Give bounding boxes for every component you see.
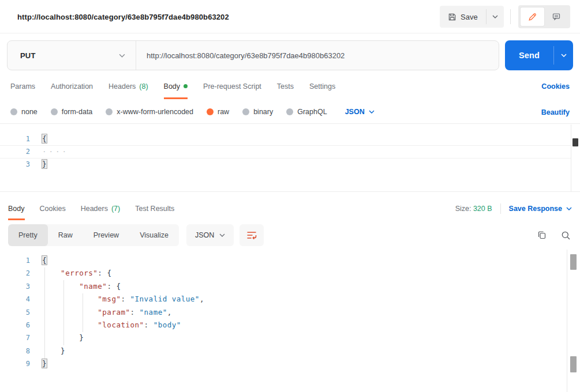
code-line: } [42, 158, 580, 171]
code-token [42, 333, 79, 342]
mode-graphql[interactable]: GraphQL [286, 108, 327, 116]
tab-tests[interactable]: Tests [277, 74, 294, 99]
line-number: 5 [0, 306, 30, 319]
method-url-control: PUT [7, 40, 499, 70]
view-pretty[interactable]: Pretty [8, 224, 48, 246]
code-token [42, 295, 98, 303]
chevron-down-icon [566, 207, 572, 210]
mode-form-data[interactable]: form-data [51, 108, 93, 116]
code-token: , [200, 295, 204, 303]
line-number-gutter: 123 [0, 133, 30, 171]
tab-params[interactable]: Params [10, 74, 35, 99]
comment-button[interactable] [544, 7, 568, 26]
tab-headers-count: (8) [139, 82, 148, 91]
mode-raw[interactable]: raw [207, 108, 229, 116]
wrap-text-button[interactable] [240, 224, 264, 246]
save-response-label: Save Response [509, 205, 562, 213]
view-visualize[interactable]: Visualize [129, 224, 179, 246]
url-input[interactable] [136, 41, 499, 70]
mode-x-www-form-urlencoded[interactable]: x-www-form-urlencoded [106, 108, 193, 116]
radio-icon [10, 108, 17, 115]
tab-authorization[interactable]: Authorization [51, 74, 93, 99]
line-number: 6 [0, 319, 30, 331]
response-tab-test-results[interactable]: Test Results [135, 197, 174, 220]
tab-tests-label: Tests [277, 82, 294, 91]
radio-icon [242, 108, 249, 115]
meta-divider [500, 203, 501, 214]
radio-icon [106, 108, 113, 115]
response-body-editor[interactable]: 123456789 { "errors": { "name": { "msg":… [0, 250, 580, 392]
code-token: "name" [140, 308, 167, 316]
radio-icon [286, 108, 293, 115]
response-language-selector[interactable]: JSON [186, 224, 234, 246]
tab-authorization-label: Authorization [51, 82, 93, 91]
code-token [42, 308, 98, 316]
tab-settings-label: Settings [309, 82, 335, 91]
code-token: "name" [79, 282, 107, 291]
code-token: "errors" [61, 269, 98, 277]
mode-binary[interactable]: binary [242, 108, 273, 116]
tab-headers[interactable]: Headers (8) [108, 74, 148, 99]
code-line: ···· [42, 145, 580, 158]
method-selector[interactable]: PUT [8, 41, 136, 70]
chevron-down-icon [219, 233, 225, 237]
response-tab-body[interactable]: Body [8, 197, 25, 220]
scrollbar-thumb[interactable] [572, 138, 578, 146]
code-token: { [107, 269, 111, 277]
send-button-group: Send [505, 40, 573, 70]
send-options-button[interactable] [554, 40, 573, 70]
editor-scrollbar-track [571, 125, 571, 191]
beautify-link[interactable]: Beautify [541, 100, 570, 124]
code-line: "param": "name", [42, 306, 580, 319]
edit-comment-group [518, 5, 570, 28]
view-raw[interactable]: Raw [48, 224, 83, 246]
body-modified-dot [184, 84, 188, 88]
raw-language-selector[interactable]: JSON [345, 108, 375, 116]
code-token: } [42, 359, 47, 368]
request-body-editor[interactable]: 123 {····} [0, 125, 580, 192]
pencil-icon [527, 12, 537, 22]
mode-none[interactable]: none [10, 108, 38, 116]
request-title: http://localhost:8080/category/63e8b795f… [17, 0, 229, 33]
save-button[interactable]: Save [440, 6, 486, 28]
line-number: 3 [0, 280, 30, 293]
line-number: 7 [0, 331, 30, 344]
code-line: { [42, 254, 580, 267]
cookies-link[interactable]: Cookies [541, 74, 570, 99]
code-lines: { "errors": { "name": { "msg": "Invalid … [30, 254, 580, 371]
edit-button[interactable] [521, 7, 544, 26]
request-url-row: PUT Send [0, 36, 580, 74]
scrollbar-thumb[interactable] [570, 254, 577, 270]
send-button[interactable]: Send [505, 40, 553, 70]
response-tab-body-label: Body [8, 205, 25, 213]
tab-pre-request-script[interactable]: Pre-request Script [203, 74, 261, 99]
code-token [42, 321, 98, 329]
response-tab-headers[interactable]: Headers (7) [81, 197, 121, 220]
response-tab-headers-label: Headers [81, 205, 108, 213]
search-button[interactable] [561, 231, 571, 240]
tab-body-label: Body [164, 82, 181, 91]
tab-body[interactable]: Body [164, 74, 188, 99]
comment-icon [552, 12, 561, 21]
response-tab-cookies[interactable]: Cookies [40, 197, 66, 220]
tab-settings[interactable]: Settings [309, 74, 335, 99]
code-token: ···· [42, 147, 69, 156]
editor-row-separator [0, 158, 571, 159]
save-icon [448, 13, 456, 21]
copy-button[interactable] [537, 230, 547, 240]
code-token: , [167, 308, 172, 316]
save-response-button[interactable]: Save Response [509, 205, 572, 213]
view-preview[interactable]: Preview [83, 224, 129, 246]
code-token: : [121, 295, 130, 303]
code-token: : [107, 282, 116, 291]
raw-language-label: JSON [345, 108, 365, 116]
code-line: } [42, 357, 580, 370]
save-options-button[interactable] [487, 6, 504, 28]
topbar-divider [510, 9, 511, 24]
copy-icon [537, 230, 547, 240]
code-token: { [42, 134, 47, 143]
scrollbar-thumb[interactable] [570, 356, 577, 372]
code-token [42, 282, 79, 291]
code-token: "msg" [98, 295, 121, 303]
response-tab-cookies-label: Cookies [40, 205, 66, 213]
